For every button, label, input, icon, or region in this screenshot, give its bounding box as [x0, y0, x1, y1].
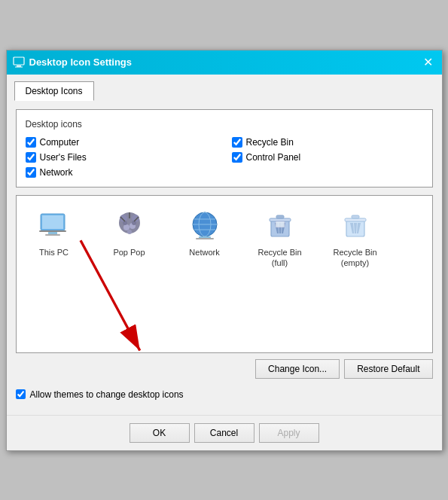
svg-rect-29: [276, 221, 285, 227]
checkbox-computer-label: Computer: [40, 137, 80, 148]
svg-rect-27: [270, 218, 291, 221]
checkbox-recycle-label: Recycle Bin: [246, 137, 294, 148]
icon-network[interactable]: Network: [175, 203, 235, 273]
checkbox-user-files[interactable]: User's Files: [26, 152, 217, 163]
change-icon-button[interactable]: Change Icon...: [255, 359, 340, 379]
dialog-content: Desktop icons Computer Recycle Bin User'…: [7, 100, 442, 409]
desktop-icons-panel: Desktop icons Computer Recycle Bin User'…: [16, 109, 433, 188]
checkbox-control-panel[interactable]: Control Panel: [232, 152, 423, 163]
ok-button[interactable]: OK: [130, 423, 190, 443]
this-pc-icon: [36, 208, 72, 244]
allow-themes-label: Allow themes to change desktop icons: [30, 389, 184, 400]
svg-rect-25: [196, 238, 214, 239]
dialog-title: Desktop Icon Settings: [29, 56, 133, 68]
svg-rect-32: [352, 215, 359, 218]
checkbox-network-label: Network: [40, 167, 73, 178]
allow-themes-checkbox-label[interactable]: Allow themes to change desktop icons: [16, 389, 433, 400]
svg-rect-31: [345, 218, 366, 221]
recycle-empty-icon: [337, 208, 373, 244]
dialog-footer: OK Cancel Apply: [7, 415, 442, 450]
dialog-window: Desktop Icon Settings ✕ Desktop Icons De…: [6, 50, 443, 451]
checkbox-computer[interactable]: Computer: [26, 137, 217, 148]
cancel-button[interactable]: Cancel: [194, 423, 254, 443]
icon-recycle-empty[interactable]: Recycle Bin(empty): [325, 203, 386, 273]
checkbox-user-files-input[interactable]: [26, 152, 36, 163]
close-button[interactable]: ✕: [420, 56, 436, 69]
svg-rect-2: [15, 66, 23, 67]
svg-rect-7: [39, 230, 66, 232]
title-bar: Desktop Icon Settings ✕: [7, 50, 442, 75]
restore-default-button[interactable]: Restore Default: [344, 359, 432, 379]
svg-rect-0: [14, 57, 24, 65]
checkbox-control-panel-input[interactable]: [232, 152, 242, 163]
recycle-full-icon: [262, 208, 298, 244]
title-bar-left: Desktop Icon Settings: [13, 56, 133, 69]
recycle-empty-label: Recycle Bin(empty): [333, 247, 376, 269]
icon-recycle-full[interactable]: Recycle Bin(full): [250, 203, 310, 273]
icons-panel: This PC: [16, 195, 433, 353]
apply-button[interactable]: Apply: [259, 423, 319, 443]
svg-rect-28: [276, 215, 284, 218]
checkbox-user-files-label: User's Files: [40, 152, 87, 163]
monitor-icon: [13, 56, 25, 69]
icon-this-pc[interactable]: This PC: [24, 203, 84, 273]
checkbox-recycle-input[interactable]: [232, 137, 242, 148]
svg-rect-1: [17, 66, 21, 67]
svg-point-13: [127, 230, 132, 234]
checkbox-computer-input[interactable]: [26, 137, 36, 148]
checkbox-network[interactable]: Network: [26, 167, 217, 178]
icon-action-buttons: Change Icon... Restore Default: [16, 359, 433, 379]
allow-themes-checkbox[interactable]: [16, 389, 26, 399]
pop-pop-icon: [111, 208, 148, 244]
icons-grid: This PC: [24, 203, 425, 273]
tab-desktop-icons[interactable]: Desktop Icons: [14, 81, 94, 101]
tab-bar: Desktop Icons: [7, 75, 442, 100]
checkboxes-grid: Computer Recycle Bin User's Files Contro…: [26, 137, 423, 178]
recycle-full-label: Recycle Bin(full): [258, 247, 301, 269]
svg-rect-4: [42, 215, 63, 229]
checkbox-network-input[interactable]: [26, 167, 36, 178]
pop-pop-label: Pop Pop: [113, 247, 145, 258]
svg-point-11: [123, 224, 130, 230]
network-label: Network: [189, 247, 219, 258]
network-icon: [187, 208, 223, 244]
checkbox-recycle-bin[interactable]: Recycle Bin: [232, 137, 423, 148]
section-title: Desktop icons: [26, 119, 423, 130]
icon-pop-pop[interactable]: Pop Pop: [99, 203, 160, 273]
svg-rect-6: [45, 234, 60, 236]
this-pc-label: This PC: [39, 247, 69, 258]
checkbox-control-panel-label: Control Panel: [246, 152, 301, 163]
